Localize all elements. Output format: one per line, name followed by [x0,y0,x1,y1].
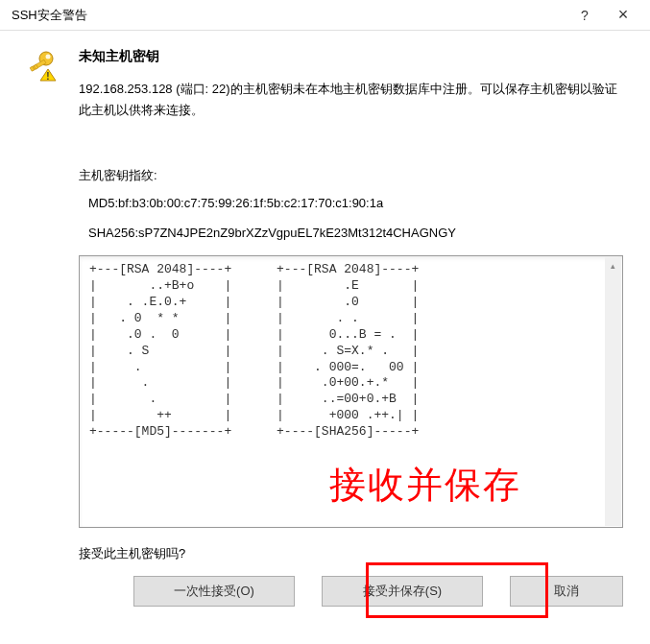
dialog-heading: 未知主机密钥 [79,48,623,65]
accept-prompt: 接受此主机密钥吗? [79,545,623,562]
accept-save-button[interactable]: 接受并保存(S) [322,576,483,607]
close-button[interactable]: × [604,1,642,30]
ascii-art-container: +---[RSA 2048]----+ +---[RSA 2048]----+ … [79,255,623,528]
svg-text:!: ! [46,71,49,82]
ascii-art: +---[RSA 2048]----+ +---[RSA 2048]----+ … [89,262,613,441]
key-warning-icon: ! [27,71,61,85]
main-column: 未知主机密钥 192.168.253.128 (端口: 22)的主机密钥未在本地… [79,48,623,607]
annotation-text: 接收并保存 [329,461,521,510]
icon-column: ! [27,48,63,607]
titlebar: SSH安全警告 ? × [0,0,650,31]
fingerprint-md5: MD5:bf:b3:0b:00:c7:75:99:26:1f:5b:c2:17:… [88,196,623,210]
scrollbar[interactable]: ▴ [605,257,621,526]
window-title: SSH安全警告 [12,7,566,24]
help-button[interactable]: ? [566,1,604,30]
fingerprint-label: 主机密钥指纹: [79,167,623,184]
button-row: 一次性接受(O) 接受并保存(S) 取消 [79,576,623,607]
close-icon: × [618,5,629,25]
cancel-button[interactable]: 取消 [510,576,623,607]
scroll-up-icon: ▴ [605,257,621,274]
help-icon: ? [581,8,589,23]
fingerprint-sha256: SHA256:sP7ZN4JPE2nZ9brXZzVgpuEL7kE23Mt31… [88,226,623,240]
dialog-description: 192.168.253.128 (端口: 22)的主机密钥未在本地主机密钥数据库… [79,79,623,121]
svg-point-1 [46,55,51,60]
accept-once-button[interactable]: 一次性接受(O) [133,576,295,607]
dialog-content: ! 未知主机密钥 192.168.253.128 (端口: 22)的主机密钥未在… [0,31,650,626]
